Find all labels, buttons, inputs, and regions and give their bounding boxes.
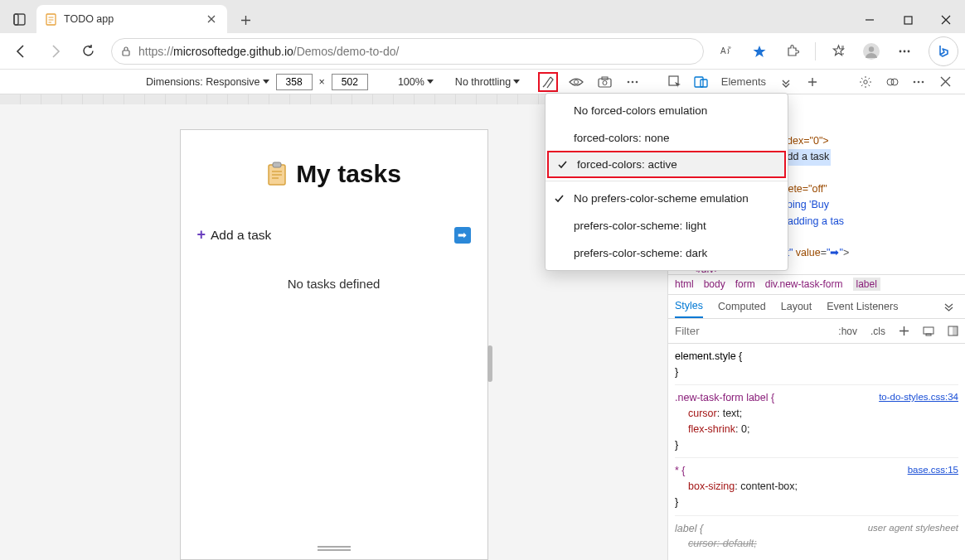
emulate-rendering-button[interactable]: [538, 72, 558, 92]
svg-rect-36: [273, 162, 281, 167]
hov-toggle[interactable]: :hov: [832, 326, 864, 337]
new-tab-button[interactable]: [232, 7, 259, 33]
svg-point-18: [908, 50, 910, 52]
svg-rect-43: [953, 326, 958, 336]
menu-item-forced-colors-active[interactable]: forced-colors: active: [547, 151, 786, 178]
check-icon: [554, 193, 565, 204]
css-rules[interactable]: element.style { } to-do-styles.css:34 .n…: [668, 344, 965, 560]
close-devtools-button[interactable]: [935, 72, 955, 92]
styles-tab-bar: Styles Computed Layout Event Listeners: [668, 295, 965, 320]
capture-screenshot-button[interactable]: [594, 72, 614, 92]
scrollbar-thumb[interactable]: [487, 345, 492, 382]
settings-button[interactable]: [856, 72, 875, 92]
inspect-element-button[interactable]: [665, 72, 685, 92]
window-maximize-button[interactable]: [889, 7, 927, 33]
tab-styles[interactable]: Styles: [675, 295, 703, 318]
tab-actions-button[interactable]: [5, 5, 33, 33]
cls-toggle[interactable]: .cls: [864, 326, 892, 337]
more-button[interactable]: [890, 37, 919, 65]
add-task-row[interactable]: + Add a task ➡: [197, 226, 471, 244]
svg-point-22: [603, 80, 607, 84]
elements-tab[interactable]: Elements: [718, 75, 769, 88]
window-close-button[interactable]: [927, 7, 965, 33]
read-aloud-button[interactable]: A»: [712, 37, 740, 65]
svg-point-32: [914, 80, 916, 83]
resize-handle[interactable]: [318, 546, 351, 553]
url-input[interactable]: https://microsoftedge.github.io/Demos/de…: [111, 38, 704, 65]
clipboard-icon: [266, 162, 288, 186]
issues-button[interactable]: [882, 72, 902, 92]
bing-chat-button[interactable]: [929, 36, 958, 66]
toggle-device-button[interactable]: [691, 72, 711, 92]
favorites-bar-button[interactable]: [824, 37, 852, 65]
menu-item-color-scheme-dark[interactable]: prefers-color-scheme: dark: [546, 239, 788, 267]
address-bar: https://microsoftedge.github.io/Demos/de…: [0, 33, 965, 70]
svg-rect-1: [14, 14, 18, 25]
device-toolbar: Dimensions: Responsive × 100% No throttl…: [0, 70, 965, 94]
tab-computed[interactable]: Computed: [718, 296, 766, 317]
throttling-dropdown[interactable]: No throttling: [455, 76, 520, 88]
svg-rect-28: [701, 80, 707, 87]
tab-event-listeners[interactable]: Event Listeners: [827, 296, 898, 317]
site-info-icon[interactable]: [120, 46, 132, 57]
height-input[interactable]: [332, 74, 368, 90]
svg-point-25: [636, 80, 638, 83]
page-title: My tasks: [266, 160, 401, 188]
svg-point-29: [864, 80, 867, 83]
menu-item-no-forced-colors[interactable]: No forced-colors emulation: [546, 97, 788, 124]
emulate-vision-button[interactable]: [566, 72, 586, 92]
styles-toolbar: :hov .cls: [668, 319, 965, 344]
svg-point-33: [918, 80, 920, 83]
tab-title: TODO app: [64, 13, 197, 25]
new-tab-devtools-button[interactable]: [803, 72, 822, 92]
window-minimize-button[interactable]: [851, 7, 889, 33]
svg-text:»: »: [728, 45, 731, 51]
page-favicon-icon: [45, 13, 57, 26]
more-styles-tabs-button[interactable]: [938, 297, 958, 316]
forward-button: [40, 36, 70, 66]
menu-item-no-color-scheme[interactable]: No prefers-color-scheme emulation: [546, 185, 788, 212]
more-tabs-button[interactable]: [776, 72, 796, 92]
submit-task-button[interactable]: ➡: [454, 227, 471, 244]
menu-item-color-scheme-light[interactable]: prefers-color-scheme: light: [546, 212, 788, 239]
svg-rect-7: [904, 17, 912, 24]
check-icon: [557, 159, 568, 170]
url-text: https://microsoftedge.github.io/Demos/de…: [138, 45, 399, 58]
profile-button[interactable]: [857, 37, 885, 65]
add-task-label: Add a task: [211, 228, 271, 243]
width-input[interactable]: [276, 74, 313, 90]
device-toolbar-more-button[interactable]: [623, 72, 643, 92]
menu-separator: [546, 181, 788, 181]
svg-rect-27: [695, 77, 703, 87]
svg-point-23: [628, 80, 630, 83]
breadcrumb[interactable]: htmlbodyformdiv.new-task-formlabel: [668, 274, 965, 295]
window-titlebar: TODO app: [0, 0, 965, 33]
svg-point-24: [632, 80, 634, 83]
page-frame[interactable]: My tasks + Add a task ➡ No tasks defined: [180, 129, 488, 560]
svg-point-19: [575, 80, 579, 84]
styles-filter-input[interactable]: [668, 319, 832, 343]
back-button[interactable]: [7, 36, 36, 66]
browser-tab[interactable]: TODO app: [36, 5, 227, 33]
close-tab-button[interactable]: [204, 12, 219, 27]
svg-point-17: [904, 50, 906, 52]
refresh-button[interactable]: [73, 36, 103, 66]
separator: [815, 42, 816, 60]
zoom-dropdown[interactable]: 100%: [398, 76, 434, 88]
dimensions-dropdown[interactable]: Dimensions: Responsive: [146, 76, 269, 88]
menu-item-forced-colors-none[interactable]: forced-colors: none: [546, 124, 788, 152]
new-style-rule-button[interactable]: [892, 326, 916, 336]
svg-point-34: [922, 80, 924, 83]
computed-sidebar-button[interactable]: [916, 326, 941, 336]
styles-more-button[interactable]: [941, 326, 965, 336]
extensions-button[interactable]: [778, 37, 807, 65]
tab-layout[interactable]: Layout: [781, 296, 812, 317]
svg-rect-40: [924, 327, 933, 334]
plus-icon: +: [197, 226, 206, 244]
favorite-button[interactable]: [745, 37, 773, 65]
rendering-emulation-menu: No forced-colors emulation forced-colors…: [545, 93, 788, 271]
source-link[interactable]: to-do-styles.css:34: [879, 390, 958, 404]
svg-rect-41: [926, 334, 931, 336]
source-link[interactable]: base.css:15: [908, 463, 958, 477]
devtools-more-button[interactable]: [909, 72, 929, 92]
